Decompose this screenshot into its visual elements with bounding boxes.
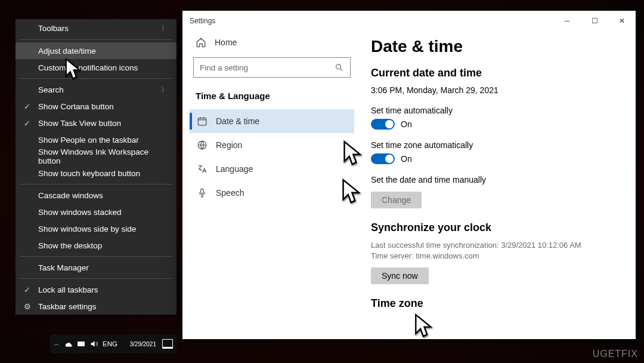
nav-label: Date & time: [216, 116, 259, 126]
sync-now-button[interactable]: Sync now: [371, 267, 429, 284]
titlebar: Settings ─ ☐ ✕: [182, 11, 636, 31]
maximize-button[interactable]: ☐: [581, 11, 608, 31]
separator: [20, 278, 172, 279]
svg-point-1: [336, 64, 341, 69]
search-icon: [335, 63, 344, 72]
nav-label: Speech: [216, 188, 244, 198]
chevron-right-icon: 〉: [161, 23, 168, 33]
network-icon[interactable]: [76, 339, 86, 349]
globe-icon: [197, 140, 208, 150]
nav-label: Region: [216, 140, 242, 150]
tray-date: 3/29/2021: [130, 341, 157, 347]
calendar-clock-icon: [197, 116, 208, 127]
menu-label: Lock all taskbars: [38, 285, 98, 294]
menu-show-ink[interactable]: Show Windows Ink Workspace button: [16, 148, 177, 165]
menu-taskbar-settings[interactable]: Taskbar settings: [16, 298, 177, 315]
minimize-button[interactable]: ─: [553, 11, 581, 31]
microphone-icon: [197, 187, 208, 198]
menu-label: Show windows stacked: [38, 208, 122, 217]
nav-label: Home: [215, 38, 237, 47]
separator: [20, 39, 172, 40]
nav-region[interactable]: Region: [190, 133, 354, 157]
change-button[interactable]: Change: [371, 192, 422, 208]
section-heading: Time & Language: [190, 86, 354, 109]
svg-rect-0: [78, 342, 85, 346]
separator: [20, 256, 172, 257]
set-tz-auto-label: Set time zone automatically: [371, 140, 626, 150]
menu-label: Customize notification icons: [38, 63, 138, 72]
volume-icon[interactable]: [89, 339, 99, 349]
settings-sidebar: Home Find a setting Time & Language Date…: [182, 31, 361, 339]
watermark: UGETFIX: [593, 349, 638, 359]
menu-task-manager[interactable]: Task Manager: [16, 259, 177, 276]
menu-search[interactable]: Search 〉: [16, 81, 177, 98]
menu-label: Show touch keyboard button: [38, 169, 140, 178]
tray-clock[interactable]: 3/29/2021: [130, 341, 157, 347]
menu-side-by-side[interactable]: Show windows side by side: [16, 220, 177, 237]
nav-language[interactable]: Language: [190, 157, 354, 181]
close-button[interactable]: ✕: [608, 11, 636, 31]
set-tz-auto-toggle[interactable]: [371, 153, 395, 164]
search-input[interactable]: Find a setting: [193, 57, 351, 78]
menu-stacked[interactable]: Show windows stacked: [16, 204, 177, 220]
chevron-up-icon[interactable]: ︿: [54, 340, 60, 348]
menu-label: Show Task View button: [38, 119, 121, 128]
manual-heading: Set the date and time manually: [371, 175, 626, 184]
menu-label: Taskbar settings: [38, 302, 97, 311]
current-datetime: 3:06 PM, Monday, March 29, 2021: [371, 85, 626, 95]
menu-show-touch-keyboard[interactable]: Show touch keyboard button: [16, 165, 177, 182]
svg-rect-2: [198, 118, 206, 125]
language-icon: [197, 164, 208, 174]
timezone-heading: Time zone: [371, 297, 626, 310]
sync-heading: Synchronize your clock: [371, 222, 626, 234]
toggle-state: On: [401, 154, 412, 164]
menu-show-people[interactable]: Show People on the taskbar: [16, 131, 177, 148]
tray-language[interactable]: ENG: [103, 340, 117, 347]
settings-main: Date & time Current date and time 3:06 P…: [361, 31, 636, 339]
menu-label: Show Cortana button: [38, 102, 114, 111]
taskbar-context-menu: Toolbars 〉 Adjust date/time Customize no…: [16, 19, 177, 315]
nav-home[interactable]: Home: [190, 31, 354, 54]
menu-label: Show Windows Ink Workspace button: [38, 147, 168, 165]
menu-adjust-date-time[interactable]: Adjust date/time: [16, 42, 177, 59]
nav-date-time[interactable]: Date & time: [190, 109, 354, 133]
set-time-auto-label: Set time automatically: [371, 106, 626, 115]
set-time-auto-toggle[interactable]: [371, 119, 395, 130]
menu-toolbars[interactable]: Toolbars 〉: [16, 19, 177, 37]
current-heading: Current date and time: [371, 67, 626, 79]
menu-label: Task Manager: [38, 263, 89, 272]
sync-server: Time server: time.windows.com: [371, 251, 626, 262]
menu-lock-taskbars[interactable]: Lock all taskbars: [16, 281, 177, 298]
menu-label: Show the desktop: [38, 241, 102, 250]
menu-show-desktop[interactable]: Show the desktop: [16, 237, 177, 254]
separator: [20, 78, 172, 79]
page-title: Date & time: [371, 37, 626, 56]
menu-cascade[interactable]: Cascade windows: [16, 187, 177, 204]
svg-rect-4: [201, 189, 204, 193]
window-title: Settings: [190, 17, 215, 25]
settings-window: Settings ─ ☐ ✕ Home Find a setting Time …: [182, 11, 636, 339]
nav-speech[interactable]: Speech: [190, 181, 354, 205]
menu-label: Show windows side by side: [38, 224, 136, 233]
notifications-icon[interactable]: [162, 339, 173, 349]
home-icon: [196, 37, 206, 48]
menu-label: Adjust date/time: [38, 47, 96, 56]
menu-label: Show People on the taskbar: [38, 136, 139, 144]
search-placeholder: Find a setting: [200, 63, 248, 72]
onedrive-icon[interactable]: [63, 339, 73, 349]
menu-show-cortana[interactable]: Show Cortana button: [16, 98, 177, 115]
menu-customize-icons[interactable]: Customize notification icons: [16, 59, 177, 76]
nav-label: Language: [216, 164, 253, 174]
menu-label: Search: [38, 85, 64, 94]
menu-label: Cascade windows: [38, 191, 103, 200]
sync-last: Last successful time synchronization: 3/…: [371, 240, 626, 251]
toggle-state: On: [401, 119, 412, 129]
separator: [20, 184, 172, 184]
chevron-right-icon: 〉: [161, 85, 168, 95]
menu-show-task-view[interactable]: Show Task View button: [16, 115, 177, 131]
menu-label: Toolbars: [38, 24, 69, 33]
system-tray: ︿ ENG 3/29/2021: [50, 334, 177, 353]
